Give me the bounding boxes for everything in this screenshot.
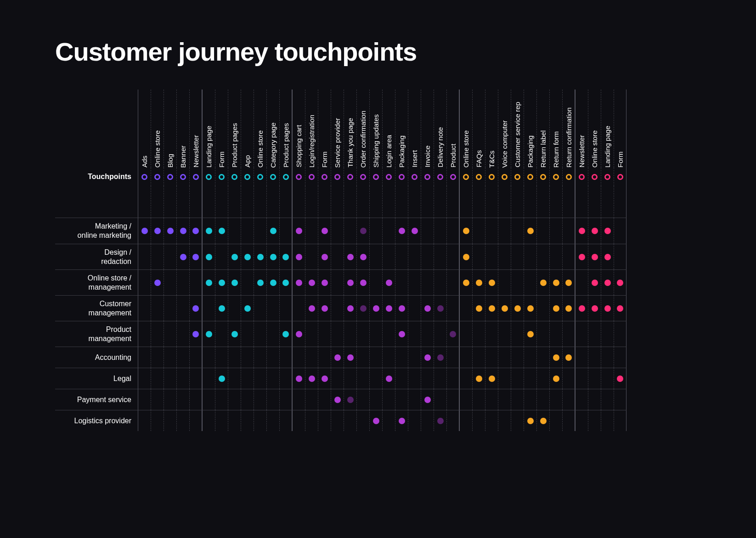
touchpoint-marker — [373, 174, 379, 180]
dot — [527, 305, 534, 312]
dot — [579, 228, 585, 234]
dot — [257, 280, 264, 286]
column-header: Newsletter — [578, 131, 586, 168]
column-header: FAQs — [475, 146, 483, 168]
dot — [309, 280, 315, 286]
dot — [489, 305, 495, 312]
column-header: Customer service rep — [513, 98, 521, 168]
dot — [282, 280, 289, 286]
dot — [180, 254, 186, 260]
dot — [373, 418, 379, 424]
column-header: Ads — [141, 152, 148, 168]
column-header: Landing page — [205, 122, 213, 168]
column-header: Form — [616, 148, 624, 168]
dot — [476, 280, 482, 286]
touchpoint-marker — [399, 174, 405, 180]
dot — [553, 375, 559, 382]
dot — [604, 254, 611, 260]
row-header: Online store /management — [55, 269, 138, 295]
dot — [154, 228, 161, 234]
dot — [565, 280, 572, 286]
touchpoint-marker — [502, 174, 508, 180]
dot — [360, 254, 367, 260]
touchpoint-marker — [206, 174, 212, 180]
dot — [489, 280, 495, 286]
dot — [231, 280, 238, 286]
dot — [553, 354, 559, 361]
dot — [437, 418, 444, 424]
touchpoint-marker — [592, 174, 598, 180]
dot — [437, 354, 444, 361]
dot — [592, 254, 598, 260]
touchpoint-marker — [463, 174, 469, 180]
row-header: Marketing /online marketing — [55, 218, 138, 244]
dot — [219, 305, 225, 312]
dot — [296, 280, 302, 286]
column-header: Return confirmation — [565, 104, 573, 168]
touchpoint-marker — [180, 174, 186, 180]
dot — [282, 254, 289, 260]
touchpoint-marker — [489, 174, 495, 180]
dot — [592, 280, 598, 286]
dot — [180, 228, 186, 234]
dot — [309, 375, 315, 382]
column-header: Online store — [462, 127, 470, 168]
dot — [206, 254, 212, 260]
dot — [386, 305, 392, 312]
dot — [617, 280, 623, 286]
dot — [424, 354, 431, 361]
dot — [322, 305, 328, 312]
column-header: Form — [321, 148, 328, 168]
dot — [231, 331, 238, 337]
dot — [386, 375, 392, 382]
dot — [502, 305, 508, 312]
column-header: Login/registration — [308, 111, 316, 168]
dot — [270, 280, 276, 286]
touchpoint-marker — [476, 174, 482, 180]
dot — [192, 254, 199, 260]
column-header: Shopping cart — [295, 121, 303, 168]
dot — [592, 228, 598, 234]
touchpoint-marker — [244, 174, 250, 180]
dot — [334, 354, 341, 361]
dot — [463, 228, 469, 234]
dot — [347, 354, 354, 361]
dot — [296, 228, 302, 234]
dot — [565, 354, 572, 361]
dot — [334, 397, 341, 403]
dot — [424, 305, 431, 312]
column-header: Return label — [539, 127, 547, 168]
dot — [360, 280, 367, 286]
column-header: Return form — [552, 128, 560, 168]
column-header: Packaging — [398, 132, 406, 168]
touchpoint-marker — [193, 174, 199, 180]
dot — [489, 375, 495, 382]
touchpoint-marker — [334, 174, 340, 180]
dot — [604, 280, 611, 286]
touchpoint-marker — [540, 174, 546, 180]
dot — [219, 375, 225, 382]
dot — [604, 305, 611, 312]
touchpoint-marker — [579, 174, 585, 180]
touchpoint-marker — [167, 174, 173, 180]
column-header: T&Cs — [488, 147, 496, 168]
column-header: Thank you page — [346, 114, 354, 168]
dot — [540, 280, 547, 286]
dot — [206, 280, 212, 286]
dot — [373, 305, 379, 312]
column-header: Packaging — [526, 132, 534, 168]
dot — [437, 305, 444, 312]
dot — [579, 305, 585, 312]
column-header: Product pages — [282, 119, 290, 168]
dot — [527, 418, 534, 424]
touchpoint-marker — [450, 174, 456, 180]
dot — [386, 280, 392, 286]
touchpoint-marker — [270, 174, 276, 180]
dot — [553, 305, 559, 312]
dot — [167, 228, 174, 234]
dot — [592, 305, 598, 312]
dot — [347, 305, 354, 312]
dot — [527, 228, 534, 234]
touchpoint-matrix: AdsOnline storeBlogBannerNewsletterLandi… — [55, 90, 701, 431]
dot — [296, 254, 302, 260]
